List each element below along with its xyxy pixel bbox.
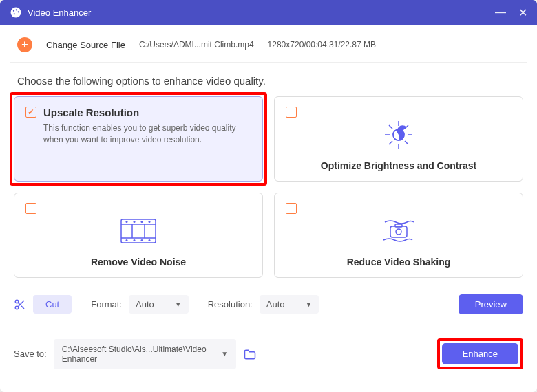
source-meta: 1280x720/00:04:31/22.87 MB — [268, 40, 376, 50]
preview-button[interactable]: Preview — [459, 294, 523, 314]
svg-line-34 — [21, 305, 24, 308]
svg-point-23 — [149, 221, 151, 223]
enhance-highlight: Enhance — [437, 338, 523, 369]
svg-point-25 — [134, 239, 136, 241]
svg-point-32 — [15, 306, 19, 309]
film-icon — [120, 219, 156, 243]
cut-button[interactable]: Cut — [33, 295, 72, 314]
palette-icon — [10, 6, 22, 19]
svg-point-26 — [141, 239, 143, 241]
svg-line-13 — [389, 141, 392, 144]
svg-point-20 — [126, 221, 128, 223]
controls-row: Cut Format: Auto ▼ Resolution: Auto ▼ Pr… — [14, 290, 523, 324]
svg-line-35 — [18, 303, 20, 305]
save-path-dropdown[interactable]: C:\Aiseesoft Studio\Ais...Ultimate\Video… — [54, 339, 236, 369]
resolution-label: Resolution: — [208, 299, 253, 309]
format-value: Auto — [136, 299, 154, 309]
option-brightness[interactable]: Optimize Brightness and Contrast — [274, 96, 523, 182]
svg-point-4 — [14, 13, 15, 14]
svg-line-12 — [405, 141, 408, 144]
save-path-value: C:\Aiseesoft Studio\Ais...Ultimate\Video… — [62, 345, 222, 364]
camera-shake-icon — [381, 217, 417, 245]
window: Video Enhancer — ✕ + Change Source File … — [0, 0, 537, 392]
svg-rect-15 — [121, 219, 156, 243]
svg-point-22 — [141, 221, 143, 223]
change-file-button[interactable]: Change Source File — [46, 40, 125, 50]
option-shaking[interactable]: Reduce Video Shaking — [274, 193, 523, 278]
folder-icon[interactable] — [243, 348, 257, 360]
option-noise-title: Remove Video Noise — [25, 257, 251, 268]
prompt-text: Choose the following options to enhance … — [14, 75, 523, 87]
sun-icon — [383, 120, 414, 150]
svg-point-31 — [15, 300, 19, 303]
save-row: Save to: C:\Aiseesoft Studio\Ais...Ultim… — [14, 327, 523, 380]
format-label: Format: — [91, 299, 122, 309]
scissors-icon — [14, 298, 26, 311]
svg-point-0 — [11, 8, 21, 18]
add-file-icon[interactable]: + — [17, 37, 32, 52]
option-upscale-desc: This function enables you to get superb … — [43, 122, 251, 146]
svg-line-11 — [389, 125, 392, 129]
content-area: + Change Source File C:/Users/ADMI...mit… — [0, 25, 537, 380]
source-path: C:/Users/ADMI...mit Climb.mp4 — [139, 40, 254, 50]
chevron-down-icon: ▼ — [305, 301, 312, 308]
window-title: Video Enhancer — [28, 8, 495, 18]
close-button[interactable]: ✕ — [518, 6, 527, 19]
chevron-down-icon: ▼ — [175, 301, 182, 308]
noise-icon-wrap — [25, 206, 251, 257]
option-upscale[interactable]: Upscale Resolution This function enables… — [14, 96, 263, 182]
shaking-icon-wrap — [286, 206, 512, 257]
svg-rect-29 — [395, 224, 402, 227]
svg-point-1 — [13, 10, 14, 12]
option-brightness-title: Optimize Brightness and Contrast — [286, 160, 512, 171]
minimize-button[interactable]: — — [495, 6, 506, 19]
chevron-down-icon: ▼ — [221, 350, 228, 358]
svg-point-2 — [16, 9, 17, 10]
option-upscale-wrap: Upscale Resolution This function enables… — [14, 96, 263, 182]
svg-rect-28 — [390, 226, 407, 237]
resolution-dropdown[interactable]: Auto ▼ — [260, 295, 319, 314]
option-upscale-content: Upscale Resolution This function enables… — [43, 107, 251, 146]
svg-point-3 — [18, 11, 19, 12]
save-to-label: Save to: — [14, 349, 47, 359]
options-grid: Upscale Resolution This function enables… — [14, 96, 523, 278]
option-noise[interactable]: Remove Video Noise — [14, 193, 263, 278]
checkbox-shaking[interactable] — [286, 203, 297, 214]
checkbox-brightness[interactable] — [286, 107, 297, 118]
svg-point-30 — [396, 229, 401, 235]
format-dropdown[interactable]: Auto ▼ — [129, 295, 189, 314]
window-controls: — ✕ — [495, 6, 527, 19]
titlebar: Video Enhancer — ✕ — [0, 0, 537, 25]
svg-point-24 — [126, 239, 128, 241]
resolution-value: Auto — [266, 299, 285, 309]
option-shaking-title: Reduce Video Shaking — [286, 257, 512, 268]
checkbox-upscale[interactable] — [25, 107, 36, 118]
option-upscale-title: Upscale Resolution — [43, 107, 251, 118]
brightness-icon-wrap — [286, 109, 512, 160]
source-bar: + Change Source File C:/Users/ADMI...mit… — [10, 25, 527, 63]
svg-point-27 — [149, 239, 151, 241]
svg-point-21 — [134, 221, 136, 223]
enhance-button[interactable]: Enhance — [442, 343, 518, 364]
checkbox-noise[interactable] — [25, 203, 36, 214]
